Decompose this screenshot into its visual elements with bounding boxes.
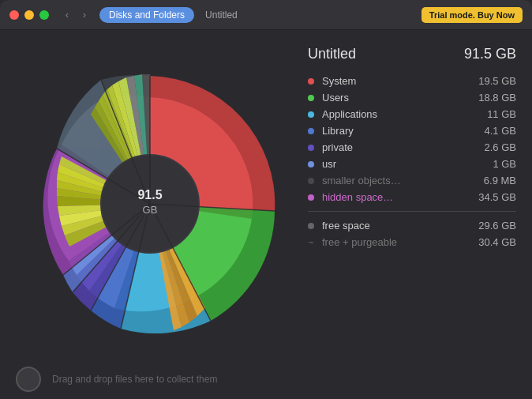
svg-text:91.5: 91.5 <box>137 188 162 201</box>
forward-button[interactable]: › <box>77 8 92 22</box>
tab-disks-folders[interactable]: Disks and Folders <box>99 7 194 23</box>
stat-item: usr1 GB <box>308 158 516 170</box>
stat-item: hidden space…34.5 GB <box>308 191 516 203</box>
titlebar: ‹ › Disks and Folders Untitled Trial mod… <box>0 0 532 30</box>
stat-dot <box>308 161 314 168</box>
traffic-lights <box>9 10 49 20</box>
stat-dot <box>308 78 314 85</box>
stat-size: 18.8 GB <box>473 92 516 104</box>
stat-dot <box>308 145 314 151</box>
stat-size: 19.5 GB <box>473 75 516 87</box>
free-space-dot <box>308 223 314 229</box>
disk-title-row: Untitled 91.5 GB <box>308 46 516 62</box>
stat-items-list: System19.5 GBUsers18.8 GBApplications11 … <box>308 75 516 203</box>
free-space-size: 29.6 GB <box>473 220 516 231</box>
stat-size: 11 GB <box>473 108 516 120</box>
stat-size: 1 GB <box>473 158 516 170</box>
minimize-button[interactable] <box>24 10 34 20</box>
free-space-item: free space 29.6 GB <box>308 220 516 231</box>
stat-item: Users18.8 GB <box>308 92 516 104</box>
disk-total-size: 91.5 GB <box>464 46 516 62</box>
trial-badge[interactable]: Trial mode. Buy Now <box>421 7 523 23</box>
stat-size: 4.1 GB <box>473 125 516 137</box>
stat-size: 2.6 GB <box>473 141 516 153</box>
fullscreen-button[interactable] <box>39 10 49 20</box>
free-purgeable-item: ~ free + purgeable 30.4 GB <box>308 236 516 248</box>
divider <box>308 211 516 212</box>
stat-label: System <box>322 75 473 87</box>
stat-label: Applications <box>322 108 473 120</box>
stat-item: Applications11 GB <box>308 108 516 120</box>
stat-item: private2.6 GB <box>308 141 516 153</box>
svg-text:GB: GB <box>143 204 158 216</box>
stat-label: Library <box>322 125 473 137</box>
stat-dot <box>308 95 314 101</box>
stat-size: 6.9 MB <box>473 175 516 186</box>
disk-title: Untitled <box>308 46 356 62</box>
stat-label: hidden space… <box>322 191 473 203</box>
drag-area: Drag and drop files here to collect them <box>0 359 300 399</box>
stat-size: 34.5 GB <box>473 191 516 203</box>
stat-label: usr <box>322 158 473 170</box>
stat-label: Users <box>322 92 473 104</box>
nav-arrows: ‹ › <box>60 8 92 22</box>
stat-dot <box>308 111 314 118</box>
breadcrumb-tabs: Disks and Folders Untitled <box>99 7 245 23</box>
stat-label: private <box>322 141 473 153</box>
chart-area: 91.5 GB Drag and drop files here to coll… <box>0 30 300 399</box>
tilde-icon: ~ <box>308 239 314 246</box>
free-space-label: free space <box>322 220 473 231</box>
stat-dot <box>308 194 314 201</box>
sunburst-chart[interactable]: 91.5 GB <box>16 54 284 338</box>
drag-target-circle[interactable] <box>16 367 41 392</box>
free-purgeable-label: free + purgeable <box>322 236 473 248</box>
back-button[interactable]: ‹ <box>60 8 74 22</box>
close-button[interactable] <box>9 10 19 20</box>
drag-text: Drag and drop files here to collect them <box>52 374 217 385</box>
stats-panel: Untitled 91.5 GB System19.5 GBUsers18.8 … <box>300 30 532 399</box>
free-purgeable-size: 30.4 GB <box>473 236 516 248</box>
stat-item: System19.5 GB <box>308 75 516 87</box>
stat-item: Library4.1 GB <box>308 125 516 137</box>
stat-item: smaller objects…6.9 MB <box>308 175 516 186</box>
stat-label: smaller objects… <box>322 175 473 186</box>
stat-dot <box>308 128 314 134</box>
tab-untitled[interactable]: Untitled <box>197 7 245 23</box>
main-content: 91.5 GB Drag and drop files here to coll… <box>0 30 532 399</box>
stat-dot <box>308 178 314 184</box>
